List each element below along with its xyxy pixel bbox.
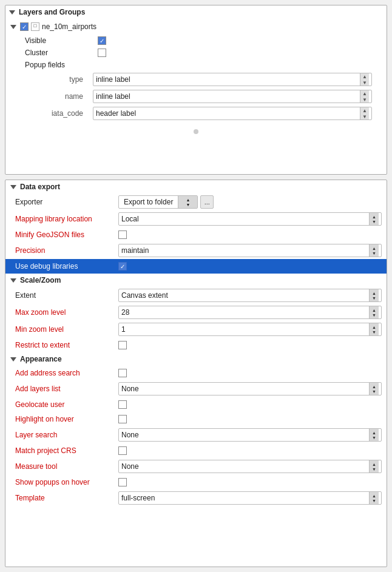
debug-row: Use debug libraries <box>5 259 387 274</box>
layer-name: ne_10m_airports <box>42 22 96 31</box>
max-zoom-label: Max zoom level <box>15 308 118 317</box>
geolocate-checkbox[interactable] <box>118 400 127 409</box>
layer-visible-checkbox[interactable] <box>20 22 29 31</box>
cluster-checkbox[interactable] <box>98 49 106 57</box>
highlight-row: Highlight on hover <box>5 412 387 426</box>
field-iata-arrows[interactable]: ▲ ▼ <box>360 107 369 119</box>
min-zoom-value-container: 1 ▲ ▼ <box>118 323 382 336</box>
highlight-checkbox[interactable] <box>118 415 127 423</box>
restrict-extent-checkbox[interactable] <box>118 341 127 349</box>
data-export-toggle[interactable] <box>10 185 16 189</box>
layer-search-select[interactable]: None ▲ ▼ <box>118 428 382 442</box>
max-zoom-select[interactable]: 28 ▲ ▼ <box>118 306 382 319</box>
min-zoom-arrows[interactable]: ▲ ▼ <box>369 323 379 335</box>
max-zoom-value-container: 28 ▲ ▼ <box>118 306 382 319</box>
highlight-value <box>118 415 382 423</box>
measure-select[interactable]: None ▲ ▼ <box>118 460 382 473</box>
scale-zoom-toggle[interactable] <box>10 278 16 283</box>
data-export-title: Data export <box>20 183 60 191</box>
bottom-padding <box>5 506 387 526</box>
layer-expand-icon[interactable] <box>10 25 16 29</box>
layer-tree: □ ne_10m_airports Visible Cluster Popup … <box>5 19 387 127</box>
debug-label: Use debug libraries <box>15 262 118 271</box>
extent-value-container: Canvas extent ▲ ▼ <box>118 289 382 302</box>
field-label-iata: iata_code <box>39 109 88 118</box>
layers-section-title: Layers and Groups <box>19 8 85 16</box>
min-zoom-label: Min zoom level <box>15 325 118 334</box>
appearance-header: Appearance <box>5 352 387 366</box>
layers-panel: Layers and Groups □ ne_10m_airports Visi… <box>5 5 387 175</box>
popup-fields-row: Popup fields <box>25 59 372 71</box>
field-type-select[interactable]: inline label ▲ ▼ <box>93 73 372 86</box>
measure-arrows[interactable]: ▲ ▼ <box>369 460 379 473</box>
min-zoom-row: Min zoom level 1 ▲ ▼ <box>5 321 387 338</box>
field-type-arrows[interactable]: ▲ ▼ <box>360 73 369 86</box>
show-popups-value <box>118 478 382 486</box>
address-search-checkbox[interactable] <box>118 369 127 377</box>
mapping-library-arrows[interactable]: ▲ ▼ <box>369 213 379 225</box>
popup-fields-table: type inline label ▲ ▼ name inline lab <box>25 71 372 122</box>
field-iata-select[interactable]: header label ▲ ▼ <box>93 107 372 120</box>
extent-arrows[interactable]: ▲ ▼ <box>369 289 379 301</box>
layers-list-value-container: None ▲ ▼ <box>118 382 382 395</box>
field-label-name: name <box>39 92 88 101</box>
template-label: Template <box>15 494 118 502</box>
template-arrows[interactable]: ▲ ▼ <box>369 492 379 504</box>
exporter-controls: Export to folder ▲ ▼ ... <box>118 195 214 209</box>
template-value-container: full-screen ▲ ▼ <box>118 491 382 505</box>
layers-list-arrows[interactable]: ▲ ▼ <box>369 383 379 395</box>
field-name-select[interactable]: inline label ▲ ▼ <box>93 90 372 103</box>
match-crs-checkbox[interactable] <box>118 446 127 455</box>
visible-checkbox[interactable] <box>98 36 106 45</box>
field-label-type: type <box>39 75 88 84</box>
measure-value-container: None ▲ ▼ <box>118 460 382 473</box>
minify-row: Minify GeoJSON files <box>5 227 387 242</box>
layer-file-icon: □ <box>31 22 39 31</box>
layer-search-label: Layer search <box>15 431 118 439</box>
debug-checkbox[interactable] <box>118 262 127 271</box>
debug-value <box>118 262 382 271</box>
field-iata-value: header label <box>96 109 136 118</box>
main-container: Layers and Groups □ ne_10m_airports Visi… <box>0 0 392 572</box>
field-row-name: name inline label ▲ ▼ <box>39 88 372 105</box>
settings-panel: Data export Exporter Export to folder ▲ … <box>5 180 387 567</box>
appearance-toggle[interactable] <box>10 357 16 362</box>
cluster-label: Cluster <box>25 49 98 57</box>
max-zoom-arrows[interactable]: ▲ ▼ <box>369 306 379 318</box>
minify-checkbox[interactable] <box>118 230 127 239</box>
max-zoom-row: Max zoom level 28 ▲ ▼ <box>5 304 387 321</box>
address-search-value <box>118 369 382 377</box>
precision-arrows[interactable]: ▲ ▼ <box>369 244 379 257</box>
mapping-library-select[interactable]: Local ▲ ▼ <box>118 212 382 226</box>
show-popups-checkbox[interactable] <box>118 478 127 486</box>
mapping-library-value: Local <box>121 215 139 223</box>
highlight-label: Highlight on hover <box>15 415 118 423</box>
geolocate-row: Geolocate user <box>5 397 387 412</box>
show-popups-label: Show popups on hover <box>15 478 118 486</box>
layer-search-value-container: None ▲ ▼ <box>118 428 382 442</box>
layers-list-row: Add layers list None ▲ ▼ <box>5 380 387 397</box>
scale-zoom-header: Scale/Zoom <box>5 274 387 287</box>
scale-zoom-title: Scale/Zoom <box>20 276 61 284</box>
browse-button[interactable]: ... <box>200 195 214 209</box>
min-zoom-select[interactable]: 1 ▲ ▼ <box>118 323 382 336</box>
min-zoom-value: 1 <box>121 325 126 334</box>
layer-search-value: None <box>121 431 139 439</box>
exporter-select[interactable]: Export to folder ▲ ▼ <box>118 195 198 209</box>
popup-fields-label: Popup fields <box>25 61 98 69</box>
extent-select[interactable]: Canvas extent ▲ ▼ <box>118 289 382 302</box>
exporter-select-value: Export to folder <box>119 198 178 206</box>
exporter-select-arrows[interactable]: ▲ ▼ <box>178 196 197 208</box>
cluster-row: Cluster <box>25 47 372 59</box>
precision-row: Precision maintain ▲ ▼ <box>5 242 387 259</box>
layer-search-arrows[interactable]: ▲ ▼ <box>369 429 379 441</box>
mapping-library-row: Mapping library location Local ▲ ▼ <box>5 210 387 227</box>
layers-toggle-icon[interactable] <box>9 10 15 15</box>
field-name-arrows[interactable]: ▲ ▼ <box>360 90 369 103</box>
field-name-value: inline label <box>96 92 130 101</box>
match-crs-row: Match project CRS <box>5 443 387 458</box>
precision-select[interactable]: maintain ▲ ▼ <box>118 244 382 257</box>
layers-list-select[interactable]: None ▲ ▼ <box>118 382 382 395</box>
appearance-title: Appearance <box>20 355 62 363</box>
template-select[interactable]: full-screen ▲ ▼ <box>118 491 382 505</box>
